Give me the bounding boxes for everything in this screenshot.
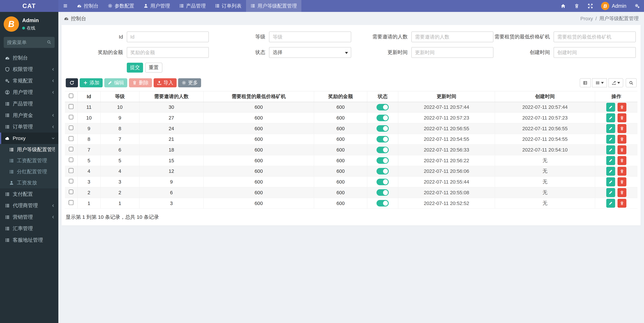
row-edit-button[interactable] (606, 145, 615, 154)
columns-button[interactable] (592, 78, 607, 87)
sidebar-item-service-address[interactable]: 客服地址管理 (0, 234, 58, 246)
table-search-button[interactable] (626, 78, 636, 87)
row-edit-button[interactable] (606, 156, 615, 165)
row-checkbox[interactable] (68, 136, 74, 141)
row-checkbox[interactable] (68, 126, 74, 130)
row-edit-button[interactable] (606, 135, 615, 144)
row-delete-button[interactable] (618, 103, 626, 112)
breadcrumb-section[interactable]: Proxy (580, 16, 593, 21)
sidebar-item-payment-config[interactable]: 支付配置 (0, 188, 58, 200)
reward-input[interactable] (127, 47, 209, 58)
row-delete-button[interactable] (618, 167, 626, 176)
column-header-actions[interactable]: 操作 (595, 91, 638, 102)
sidebar-item-products[interactable]: 产品管理 (0, 98, 58, 110)
level-input[interactable] (269, 31, 351, 42)
row-delete-button[interactable] (618, 188, 626, 197)
sidebar-toggle-button[interactable] (58, 0, 72, 12)
row-edit-button[interactable] (606, 188, 615, 197)
created-time-input[interactable] (554, 47, 636, 58)
nav-item-params[interactable]: 参数配置 (103, 0, 139, 12)
toggle-view-button[interactable] (580, 78, 591, 87)
status-toggle[interactable] (376, 179, 389, 185)
column-header-miner[interactable]: 需要租赁的最低价格矿机 (204, 91, 314, 102)
import-button[interactable]: 导入 (154, 78, 176, 87)
status-toggle[interactable] (376, 200, 389, 207)
row-delete-button[interactable] (618, 199, 626, 208)
status-toggle[interactable] (376, 125, 389, 132)
fullscreen-button[interactable] (584, 0, 597, 12)
sidebar-item-general-config[interactable]: 常规配置 (0, 75, 58, 87)
submit-button[interactable]: 提交 (127, 63, 143, 73)
delete-button[interactable]: 删除 (129, 78, 152, 87)
row-checkbox[interactable] (68, 147, 74, 152)
sidebar-item-proxy[interactable]: Proxy (0, 133, 58, 144)
refresh-button[interactable] (66, 78, 78, 87)
user-menu[interactable]: B Admin (597, 0, 630, 12)
status-select[interactable]: 选择 (269, 47, 351, 58)
home-button[interactable] (556, 0, 570, 12)
nav-item-orders[interactable]: 订单列表 (210, 0, 246, 12)
row-edit-button[interactable] (606, 113, 615, 122)
brand-logo[interactable]: CAT (0, 0, 58, 12)
sidebar-item-permissions[interactable]: 权限管理 (0, 64, 58, 75)
sidebar-item-marketing[interactable]: 营销管理 (0, 211, 58, 223)
nav-item-products[interactable]: 产品管理 (174, 0, 210, 12)
sidebar-item-user-level-config[interactable]: 用户等级配置管理 (0, 144, 58, 155)
export-button[interactable] (608, 78, 623, 87)
row-delete-button[interactable] (618, 156, 626, 165)
row-delete-button[interactable] (618, 124, 626, 133)
invite-count-input[interactable] (412, 31, 494, 42)
sidebar-item-salary-config[interactable]: 工资配置管理 (0, 155, 58, 166)
column-header-invite[interactable]: 需要邀请的人数 (139, 91, 204, 102)
row-edit-button[interactable] (606, 167, 615, 176)
sidebar-item-order-management[interactable]: 订单管理 (0, 121, 58, 133)
nav-item-user-level-config[interactable]: 用户等级配置管理 (246, 0, 301, 12)
add-button[interactable]: 添加 (80, 78, 103, 87)
row-delete-button[interactable] (618, 177, 626, 186)
row-delete-button[interactable] (618, 135, 626, 144)
miner-price-input[interactable] (554, 31, 636, 42)
row-edit-button[interactable] (606, 199, 615, 208)
reset-button[interactable]: 重置 (145, 63, 162, 73)
status-toggle[interactable] (376, 189, 389, 196)
status-toggle[interactable] (376, 104, 389, 110)
search-icon[interactable] (47, 40, 51, 45)
column-header-level[interactable]: 等级 (100, 91, 139, 102)
row-delete-button[interactable] (618, 113, 626, 122)
row-checkbox[interactable] (68, 179, 74, 184)
select-all-checkbox[interactable] (68, 93, 74, 98)
row-checkbox[interactable] (68, 104, 74, 109)
row-checkbox[interactable] (68, 200, 74, 205)
sidebar-item-user-funds[interactable]: 用户资金 (0, 110, 58, 121)
settings-gears-button[interactable] (630, 0, 644, 12)
sidebar-item-dashboard[interactable]: 控制台 (0, 52, 58, 64)
sidebar-item-salary-payout[interactable]: 工资发放 (0, 177, 58, 188)
column-header-reward[interactable]: 奖励的金额 (314, 91, 367, 102)
status-toggle[interactable] (376, 115, 389, 121)
row-edit-button[interactable] (606, 103, 615, 112)
row-checkbox[interactable] (68, 158, 74, 162)
nav-item-users[interactable]: 用户管理 (139, 0, 174, 12)
sidebar-item-user-management[interactable]: 用户管理 (0, 87, 58, 98)
updated-time-input[interactable] (412, 47, 494, 58)
trash-button[interactable] (570, 0, 584, 12)
sidebar-item-dividend-config[interactable]: 分红配置管理 (0, 166, 58, 177)
row-checkbox[interactable] (68, 168, 74, 173)
status-toggle[interactable] (376, 157, 389, 164)
row-edit-button[interactable] (606, 124, 615, 133)
sidebar-item-agent-management[interactable]: 代理商管理 (0, 200, 58, 211)
edit-button[interactable]: 编辑 (104, 78, 127, 87)
status-toggle[interactable] (376, 147, 389, 153)
column-header-status[interactable]: 状态 (367, 91, 398, 102)
nav-item-dashboard[interactable]: 控制台 (72, 0, 103, 12)
row-checkbox[interactable] (68, 115, 74, 120)
sidebar-item-exchange-rate[interactable]: 汇率管理 (0, 223, 58, 235)
column-header-created[interactable]: 创建时间 (495, 91, 595, 102)
row-delete-button[interactable] (618, 145, 626, 154)
more-button[interactable]: 更多 (178, 78, 201, 87)
column-header-updated[interactable]: 更新时间 (398, 91, 495, 102)
row-checkbox[interactable] (68, 190, 74, 194)
status-toggle[interactable] (376, 136, 389, 142)
row-edit-button[interactable] (606, 177, 615, 186)
id-input[interactable] (127, 31, 209, 42)
